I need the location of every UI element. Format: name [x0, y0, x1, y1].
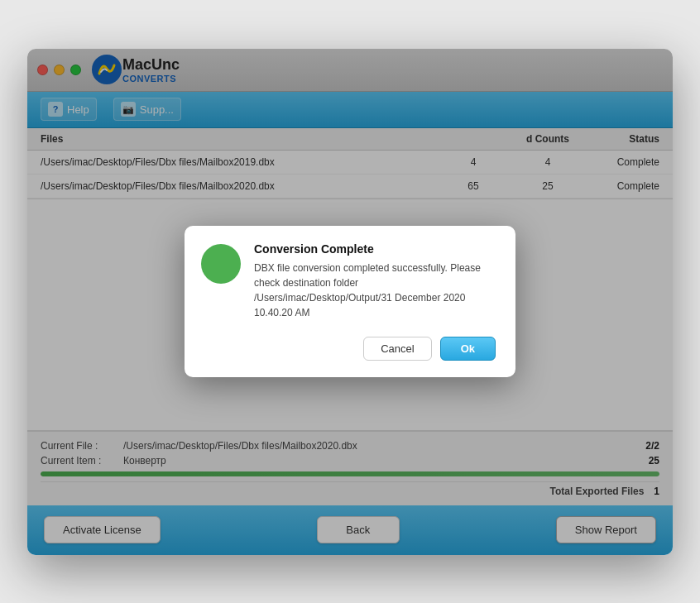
- dialog-actions: Cancel Ok: [201, 337, 496, 361]
- dialog: Conversion Complete DBX file conversion …: [185, 226, 515, 377]
- dialog-title: Conversion Complete: [254, 242, 496, 256]
- dialog-ok-button[interactable]: Ok: [440, 337, 496, 361]
- app-window: MacUnc CONVERTS ? Help 📷 Supp... Files d…: [27, 49, 673, 555]
- dialog-cancel-button[interactable]: Cancel: [363, 337, 431, 361]
- modal-overlay: Conversion Complete DBX file conversion …: [27, 49, 673, 555]
- dialog-content: Conversion Complete DBX file conversion …: [254, 242, 496, 320]
- dialog-body: Conversion Complete DBX file conversion …: [201, 242, 496, 320]
- success-icon: [201, 244, 241, 284]
- dialog-message: DBX file conversion completed successful…: [254, 261, 496, 320]
